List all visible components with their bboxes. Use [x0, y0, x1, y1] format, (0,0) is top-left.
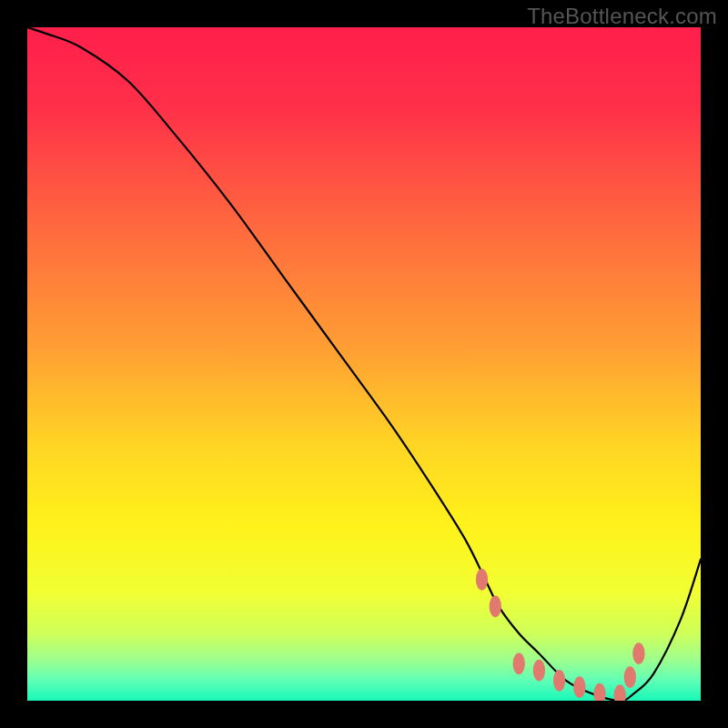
marker-group	[476, 569, 645, 701]
highlight-marker	[513, 652, 525, 674]
highlight-marker	[476, 569, 488, 591]
chart-frame: TheBottleneck.com	[0, 0, 728, 728]
highlight-marker	[614, 684, 626, 701]
highlight-marker	[593, 683, 605, 701]
plot-container	[27, 27, 701, 701]
highlight-marker	[553, 670, 565, 692]
highlight-marker	[624, 666, 636, 688]
highlight-marker	[573, 676, 585, 698]
highlight-marker	[490, 596, 501, 618]
watermark-text: TheBottleneck.com	[527, 4, 717, 29]
highlight-marker	[533, 660, 545, 682]
highlight-marker	[632, 642, 644, 664]
bottleneck-curve	[27, 27, 701, 701]
curve-layer	[27, 27, 701, 701]
